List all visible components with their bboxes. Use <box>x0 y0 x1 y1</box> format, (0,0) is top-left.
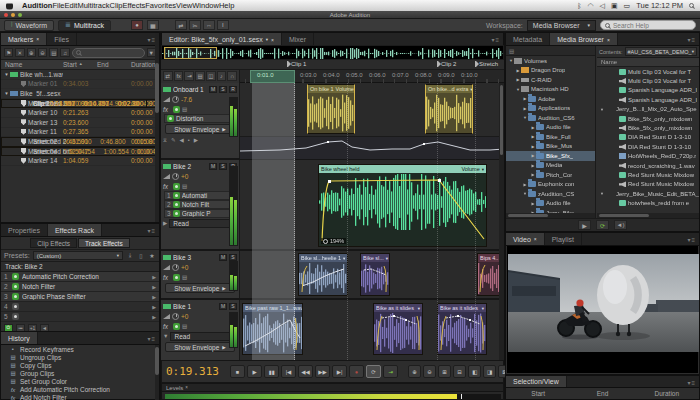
fx-list-icon[interactable]: ▤ <box>182 106 187 112</box>
panel-menu-icon[interactable]: ▾≡ <box>687 36 696 43</box>
fx-list-icon[interactable]: ▤ <box>182 183 187 189</box>
effect-slot[interactable]: 2 Notch Filter ▶ <box>1 282 159 292</box>
file-item[interactable]: Jerry_Bike_Music_Edit_BETA_ <box>597 189 699 198</box>
timeline-ruler[interactable]: ⇄fx⇥▤◫♪∩ 0:01.0 0:03.0 0:04.0 0:05.0 0:0… <box>161 70 504 83</box>
menubar-item[interactable]: Help <box>219 1 234 10</box>
editor-tool-button[interactable]: ✂ <box>189 20 201 30</box>
tree-item[interactable]: Bike_Full <box>506 132 595 142</box>
editor-toolbar-icon[interactable]: ⇥ <box>184 71 194 81</box>
tab-selection-view[interactable]: Selection/View <box>506 376 567 387</box>
volume-icon[interactable]: ◁ <box>600 2 605 10</box>
zoom-button[interactable]: ⊕ <box>408 365 421 378</box>
chevron-down-icon[interactable]: ▾ <box>482 306 484 311</box>
history-item[interactable]: Record Keyframes <box>1 345 159 353</box>
zoom-button[interactable]: ◨ <box>483 365 496 378</box>
track-effects-button[interactable]: Track Effects <box>78 238 130 248</box>
zoom-button[interactable]: ⊟ <box>453 365 466 378</box>
history-item[interactable]: Add Notch Filter <box>1 394 159 400</box>
panel-menu-icon[interactable]: ▾≡ <box>147 335 156 342</box>
editor-toolbar-icon[interactable]: ▤ <box>195 71 205 81</box>
menubar-item[interactable]: Window <box>192 1 219 10</box>
waveform-view-button[interactable]: ⦚Waveform <box>4 20 54 31</box>
tree-item[interactable]: Media <box>506 161 595 171</box>
history-item[interactable]: Set Group Color <box>1 377 159 385</box>
audio-clip-selected[interactable]: Bike wheel heldVolume▾ 194% <box>318 164 487 247</box>
volume-knob[interactable] <box>172 96 179 103</box>
close-window-button[interactable] <box>4 13 8 17</box>
track-gain-value[interactable]: +0 <box>181 264 188 271</box>
tab-files[interactable]: Files <box>47 33 77 45</box>
delete-marker-icon[interactable]: ✕ <box>15 48 24 57</box>
editor-toolbar-icon[interactable]: ⇄ <box>163 71 173 81</box>
scrollbar[interactable] <box>155 345 159 400</box>
solo-button[interactable]: S <box>229 254 237 261</box>
fx-list-icon[interactable]: ▤ <box>182 274 187 280</box>
tab-levels[interactable]: Levels <box>166 385 183 391</box>
chevron-right-icon[interactable]: ▶ <box>152 284 156 290</box>
solo-button[interactable]: S <box>229 303 237 310</box>
panel-menu-icon[interactable]: ▾≡ <box>687 379 696 386</box>
monitor-icon[interactable]: ▦ <box>147 20 159 30</box>
fx-power-icon[interactable] <box>173 323 180 330</box>
bluetooth-icon[interactable]: ᛒ <box>577 2 581 9</box>
insert-marker-icon[interactable]: ⊖ <box>38 48 47 57</box>
file-item[interactable]: Red Stunt Music Mixdow <box>597 180 699 189</box>
clip-effects-button[interactable]: Clip Effects <box>30 238 77 248</box>
editor-toolbar-icon[interactable]: fx <box>174 71 184 81</box>
transport-button[interactable]: ● <box>349 365 364 378</box>
chevron-down-icon[interactable]: ▾ <box>386 256 388 261</box>
zoom-button[interactable]: ⊞ <box>438 365 451 378</box>
dot-icon[interactable]: • <box>188 137 190 143</box>
chevron-right-icon[interactable]: ▶ <box>152 314 156 320</box>
volume-knob[interactable] <box>172 173 179 180</box>
fx-list-icon[interactable]: ▤ <box>182 323 187 329</box>
tree-item[interactable]: Audio file <box>506 199 595 209</box>
panel-menu-icon[interactable]: ▾≡ <box>491 36 500 43</box>
menubar-item[interactable]: Effects <box>122 1 145 10</box>
contents-dropdown[interactable]: #AU_CS6_BETA_DEMO_▾ <box>625 47 697 56</box>
effect-slot[interactable]: 4 ▶ <box>1 302 159 312</box>
editor-tool-button[interactable]: I <box>217 20 229 30</box>
chevron-down-icon[interactable]: ▾ <box>343 256 345 261</box>
track-header[interactable]: Onboard 1 MSR -7.6 fx▤✦ Distortion▶ Show… <box>161 83 240 158</box>
track-gain-value[interactable]: -7.6 <box>181 96 192 103</box>
track-gain-value[interactable]: +0 <box>181 173 188 180</box>
disclosure-arrow-icon[interactable] <box>599 107 605 112</box>
effect-slot[interactable]: 3 Graphic Phase Shifter ▶ <box>1 292 159 302</box>
pan-slider-icon[interactable] <box>163 174 170 179</box>
effect-slot[interactable]: 5 ▶ <box>1 312 159 322</box>
history-item[interactable]: Ungroup Clips <box>1 353 159 361</box>
marker-row[interactable]: Marker 01 0:34.003 0:00.00 <box>1 80 159 90</box>
contents-name-column[interactable]: Name <box>597 58 699 67</box>
multitrack-view-button[interactable]: ≣Multitrack <box>58 20 111 31</box>
menubar-clock[interactable]: Tue 12:12 PM <box>636 1 683 10</box>
record-arm-icon[interactable]: ● <box>131 20 143 30</box>
mute-button[interactable]: M <box>209 86 217 93</box>
fx-slot-row[interactable]: 1Automati▶ <box>164 191 236 200</box>
editor-toolbar-icon[interactable]: ♪ <box>217 71 227 81</box>
fx-power-icon[interactable] <box>173 274 180 281</box>
history-item[interactable]: Group Clips <box>1 369 159 377</box>
tree-item[interactable]: Pitch_Cor <box>506 170 595 180</box>
favorite-icon[interactable]: ★ <box>148 252 156 259</box>
pan-slider-icon[interactable] <box>163 97 170 102</box>
disclosure-arrow-icon[interactable] <box>599 191 605 196</box>
file-item[interactable]: Jerry_B...ll_Mix_02_Auto_Spe <box>597 105 699 114</box>
transport-button[interactable]: |◀ <box>281 365 296 378</box>
marker-row[interactable]: Marker 11 0:27.365 0:00.00 <box>1 128 159 138</box>
add-marker-icon[interactable]: ⚑ <box>4 48 13 57</box>
tree-item[interactable]: Dragon Drop <box>506 66 595 76</box>
marker-row[interactable]: Marker 10 0:21.263 0:00.00 <box>1 108 159 118</box>
fx-slot-row[interactable]: Distortion▶ <box>164 114 236 123</box>
volume-knob[interactable] <box>172 313 179 320</box>
chevron-down-icon[interactable]: ▾ <box>470 87 472 92</box>
track-header[interactable]: Bike 1 MS +0 fx▤✦ ▼Read▾ Show Envelope▶ <box>161 300 240 360</box>
marker-row[interactable]: Bike wh...1.wav <box>1 70 159 80</box>
marker-row[interactable]: Marker 13 0:23.600 0:00.00 <box>1 118 159 128</box>
menubar-item[interactable]: Multitrack <box>77 1 109 10</box>
zoom-button[interactable]: ◧ <box>468 365 481 378</box>
display-icon[interactable]: ▣ <box>611 2 618 10</box>
tree-item[interactable]: zAudition_CS <box>506 189 595 199</box>
transport-button[interactable]: ⇥ <box>383 365 398 378</box>
minimize-window-button[interactable] <box>11 13 15 17</box>
